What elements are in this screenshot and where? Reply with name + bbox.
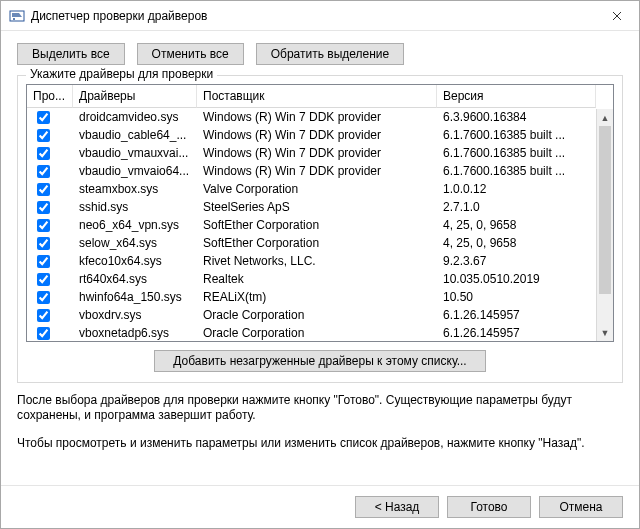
info-paragraph-1: После выбора драйверов для проверки нажм… bbox=[17, 393, 623, 424]
row-checkbox[interactable] bbox=[37, 219, 50, 232]
row-driver: vbaudio_vmauxvai... bbox=[73, 144, 197, 162]
scroll-up-button[interactable]: ▲ bbox=[597, 109, 613, 126]
svg-point-1 bbox=[13, 18, 15, 20]
row-checkbox[interactable] bbox=[37, 201, 50, 214]
row-driver: vbaudio_cable64_... bbox=[73, 126, 197, 144]
row-vendor: SteelSeries ApS bbox=[197, 198, 437, 216]
selection-toolbar: Выделить все Отменить все Обратить выдел… bbox=[17, 43, 623, 65]
column-header-check[interactable]: Про... bbox=[27, 85, 73, 108]
info-text: После выбора драйверов для проверки нажм… bbox=[17, 393, 623, 463]
scroll-down-button[interactable]: ▼ bbox=[597, 324, 613, 341]
row-checkbox-cell bbox=[27, 216, 73, 234]
row-version: 6.1.26.145957 bbox=[437, 306, 596, 324]
row-driver: kfeco10x64.sys bbox=[73, 252, 197, 270]
row-checkbox[interactable] bbox=[37, 327, 50, 340]
row-version: 9.2.3.67 bbox=[437, 252, 596, 270]
row-driver: selow_x64.sys bbox=[73, 234, 197, 252]
row-driver: hwinfo64a_150.sys bbox=[73, 288, 197, 306]
row-checkbox[interactable] bbox=[37, 165, 50, 178]
scroll-track[interactable] bbox=[597, 126, 613, 324]
row-vendor: Realtek bbox=[197, 270, 437, 288]
drivers-listview[interactable]: Про... Драйверы Поставщик Версия droidca… bbox=[26, 84, 614, 342]
row-version: 6.1.7600.16385 built ... bbox=[437, 144, 596, 162]
row-vendor: SoftEther Corporation bbox=[197, 216, 437, 234]
row-driver: neo6_x64_vpn.sys bbox=[73, 216, 197, 234]
row-checkbox-cell bbox=[27, 288, 73, 306]
row-checkbox[interactable] bbox=[37, 291, 50, 304]
row-checkbox-cell bbox=[27, 270, 73, 288]
invert-selection-button[interactable]: Обратить выделение bbox=[256, 43, 405, 65]
row-driver: sshid.sys bbox=[73, 198, 197, 216]
row-version: 6.1.7600.16385 built ... bbox=[437, 162, 596, 180]
row-vendor: Windows (R) Win 7 DDK provider bbox=[197, 126, 437, 144]
row-version: 10.50 bbox=[437, 288, 596, 306]
deselect-all-button[interactable]: Отменить все bbox=[137, 43, 244, 65]
row-version: 6.1.26.145957 bbox=[437, 324, 596, 341]
row-checkbox-cell bbox=[27, 180, 73, 198]
row-vendor: Windows (R) Win 7 DDK provider bbox=[197, 144, 437, 162]
groupbox-label: Укажите драйверы для проверки bbox=[26, 67, 217, 81]
row-checkbox[interactable] bbox=[37, 183, 50, 196]
row-version: 10.035.0510.2019 bbox=[437, 270, 596, 288]
row-checkbox-cell bbox=[27, 234, 73, 252]
row-checkbox-cell bbox=[27, 252, 73, 270]
row-driver: droidcamvideo.sys bbox=[73, 108, 197, 126]
row-checkbox-cell bbox=[27, 108, 73, 126]
row-driver: steamxbox.sys bbox=[73, 180, 197, 198]
window-title: Диспетчер проверки драйверов bbox=[31, 9, 594, 23]
row-version: 2.7.1.0 bbox=[437, 198, 596, 216]
row-checkbox[interactable] bbox=[37, 111, 50, 124]
row-checkbox[interactable] bbox=[37, 309, 50, 322]
row-checkbox[interactable] bbox=[37, 237, 50, 250]
row-driver: vboxdrv.sys bbox=[73, 306, 197, 324]
row-checkbox[interactable] bbox=[37, 129, 50, 142]
finish-button[interactable]: Готово bbox=[447, 496, 531, 518]
row-checkbox-cell bbox=[27, 144, 73, 162]
client-area: Выделить все Отменить все Обратить выдел… bbox=[1, 31, 639, 485]
row-checkbox-cell bbox=[27, 162, 73, 180]
vertical-scrollbar[interactable]: ▲ ▼ bbox=[596, 109, 613, 341]
row-vendor: Oracle Corporation bbox=[197, 306, 437, 324]
window-frame: Диспетчер проверки драйверов Выделить вс… bbox=[0, 0, 640, 529]
row-checkbox[interactable] bbox=[37, 273, 50, 286]
row-driver: rt640x64.sys bbox=[73, 270, 197, 288]
row-vendor: Oracle Corporation bbox=[197, 324, 437, 341]
column-header-driver[interactable]: Драйверы bbox=[73, 85, 197, 108]
row-vendor: REALiX(tm) bbox=[197, 288, 437, 306]
select-all-button[interactable]: Выделить все bbox=[17, 43, 125, 65]
row-version: 4, 25, 0, 9658 bbox=[437, 234, 596, 252]
row-checkbox[interactable] bbox=[37, 255, 50, 268]
row-version: 6.1.7600.16385 built ... bbox=[437, 126, 596, 144]
row-checkbox-cell bbox=[27, 198, 73, 216]
row-checkbox-cell bbox=[27, 306, 73, 324]
back-button[interactable]: < Назад bbox=[355, 496, 439, 518]
row-checkbox-cell bbox=[27, 126, 73, 144]
titlebar: Диспетчер проверки драйверов bbox=[1, 1, 639, 31]
info-paragraph-2: Чтобы просмотреть и изменить параметры и… bbox=[17, 436, 623, 451]
row-vendor: SoftEther Corporation bbox=[197, 234, 437, 252]
app-icon bbox=[9, 8, 25, 24]
column-header-version[interactable]: Версия bbox=[437, 85, 596, 108]
row-driver: vboxnetadp6.sys bbox=[73, 324, 197, 341]
add-unloaded-drivers-button[interactable]: Добавить незагруженные драйверы к этому … bbox=[154, 350, 485, 372]
row-version: 4, 25, 0, 9658 bbox=[437, 216, 596, 234]
row-vendor: Valve Corporation bbox=[197, 180, 437, 198]
row-checkbox[interactable] bbox=[37, 147, 50, 160]
cancel-button[interactable]: Отмена bbox=[539, 496, 623, 518]
row-vendor: Windows (R) Win 7 DDK provider bbox=[197, 162, 437, 180]
row-version: 1.0.0.12 bbox=[437, 180, 596, 198]
row-version: 6.3.9600.16384 bbox=[437, 108, 596, 126]
row-checkbox-cell bbox=[27, 324, 73, 341]
row-vendor: Windows (R) Win 7 DDK provider bbox=[197, 108, 437, 126]
row-driver: vbaudio_vmvaio64... bbox=[73, 162, 197, 180]
drivers-groupbox: Укажите драйверы для проверки Про... Дра… bbox=[17, 75, 623, 383]
row-vendor: Rivet Networks, LLC. bbox=[197, 252, 437, 270]
column-header-vendor[interactable]: Поставщик bbox=[197, 85, 437, 108]
wizard-footer: < Назад Готово Отмена bbox=[1, 485, 639, 528]
close-button[interactable] bbox=[594, 1, 639, 30]
scroll-thumb[interactable] bbox=[599, 126, 611, 294]
